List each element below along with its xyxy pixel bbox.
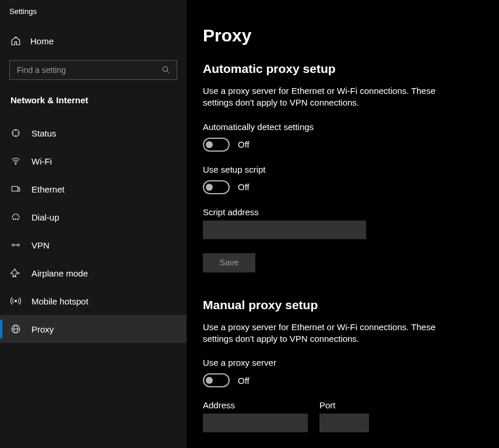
sidebar-item-label: VPN xyxy=(31,240,50,250)
dialup-icon xyxy=(10,212,21,222)
sidebar-item-wifi[interactable]: Wi-Fi xyxy=(0,147,187,175)
home-icon xyxy=(10,36,21,46)
sidebar-item-label: Wi-Fi xyxy=(31,156,52,166)
wifi-icon xyxy=(10,156,21,166)
sidebar-item-label: Status xyxy=(31,128,57,138)
settings-sidebar: Settings Home Network & Internet Status xyxy=(0,0,187,448)
app-title: Settings xyxy=(0,0,187,30)
sidebar-item-status[interactable]: Status xyxy=(0,119,187,147)
globe-icon xyxy=(10,324,21,334)
sidebar-item-label: Airplane mode xyxy=(31,268,88,278)
auto-detect-state: Off xyxy=(238,139,250,149)
setup-script-state: Off xyxy=(238,182,250,192)
proxy-port-input[interactable] xyxy=(319,414,369,432)
svg-rect-5 xyxy=(18,188,20,191)
auto-detect-label: Automatically detect settings xyxy=(203,122,499,132)
use-proxy-toggle[interactable] xyxy=(203,373,230,387)
home-label: Home xyxy=(30,36,54,46)
sidebar-item-proxy[interactable]: Proxy xyxy=(0,315,187,343)
script-address-input[interactable] xyxy=(203,220,366,239)
svg-point-0 xyxy=(163,66,167,71)
sidebar-item-dialup[interactable]: Dial-up xyxy=(0,203,187,231)
search-icon xyxy=(161,65,171,75)
proxy-address-input[interactable] xyxy=(203,414,308,432)
section-description-automatic: Use a proxy server for Ethernet or Wi-Fi… xyxy=(203,85,454,109)
ethernet-icon xyxy=(10,184,21,194)
section-description-manual: Use a proxy server for Ethernet or Wi-Fi… xyxy=(203,321,454,345)
script-address-label: Script address xyxy=(203,207,499,217)
svg-point-3 xyxy=(15,164,16,165)
proxy-address-label: Address xyxy=(203,400,308,410)
svg-point-9 xyxy=(12,244,14,246)
sidebar-item-ethernet[interactable]: Ethernet xyxy=(0,175,187,203)
settings-main: Proxy Automatic proxy setup Use a proxy … xyxy=(187,0,499,448)
settings-category: Network & Internet xyxy=(10,95,187,105)
proxy-port-label: Port xyxy=(319,400,369,410)
hotspot-icon xyxy=(10,296,21,306)
use-proxy-label: Use a proxy server xyxy=(203,358,499,368)
home-nav[interactable]: Home xyxy=(0,30,187,52)
auto-detect-toggle[interactable] xyxy=(203,138,230,152)
section-title-manual: Manual proxy setup xyxy=(203,298,499,312)
setup-script-toggle[interactable] xyxy=(203,180,230,194)
sidebar-item-label: Dial-up xyxy=(31,212,59,222)
sidebar-item-label: Mobile hotspot xyxy=(31,296,89,306)
svg-point-6 xyxy=(13,219,15,220)
svg-line-1 xyxy=(167,71,169,73)
vpn-icon xyxy=(10,240,21,250)
svg-point-8 xyxy=(17,219,19,220)
sidebar-item-airplane-mode[interactable]: Airplane mode xyxy=(0,259,187,287)
sidebar-item-label: Ethernet xyxy=(31,184,65,194)
page-title: Proxy xyxy=(203,26,499,46)
setup-script-label: Use setup script xyxy=(203,164,499,174)
save-button[interactable]: Save xyxy=(203,253,255,272)
sidebar-item-mobile-hotspot[interactable]: Mobile hotspot xyxy=(0,287,187,315)
svg-point-10 xyxy=(17,244,19,246)
sidebar-item-vpn[interactable]: VPN xyxy=(0,231,187,259)
svg-rect-4 xyxy=(12,187,18,191)
search-input[interactable] xyxy=(17,65,161,75)
airplane-icon xyxy=(10,268,21,278)
use-proxy-state: Off xyxy=(238,376,250,386)
status-icon xyxy=(10,128,21,138)
svg-point-7 xyxy=(15,219,16,220)
sidebar-item-label: Proxy xyxy=(31,324,54,334)
search-box[interactable] xyxy=(9,60,177,80)
section-title-automatic: Automatic proxy setup xyxy=(203,62,499,76)
sidebar-nav-list: Status Wi-Fi Ethernet xyxy=(0,119,187,343)
svg-point-11 xyxy=(15,300,17,302)
